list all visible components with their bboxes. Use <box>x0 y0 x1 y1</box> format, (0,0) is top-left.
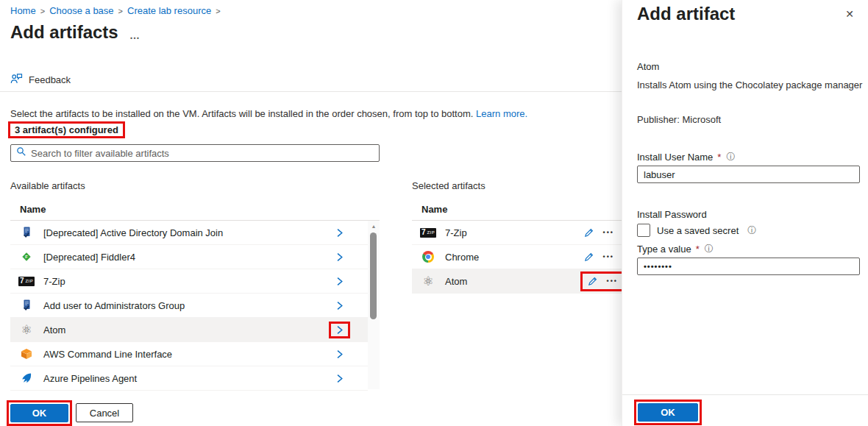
artifact-name: Chrome <box>445 252 479 263</box>
available-artifacts-label: Available artifacts <box>10 180 85 191</box>
more-options-icon[interactable]: ••• <box>603 253 614 260</box>
artifact-name: Atom <box>43 324 65 336</box>
artifact-description: Installs Atom using the Chocolatey packa… <box>637 79 864 90</box>
panel-footer-divider <box>622 394 868 395</box>
artifact-search-box <box>10 144 380 162</box>
install-password-input[interactable] <box>637 258 860 275</box>
add-artifacts-page: Home>Choose a base>Create lab resource> … <box>0 0 868 426</box>
ok-button[interactable]: OK <box>10 404 68 422</box>
more-options-icon[interactable]: ••• <box>607 277 618 285</box>
chevron-cell <box>335 301 344 310</box>
chevron-right-icon[interactable] <box>335 252 344 262</box>
edit-pencil-icon[interactable] <box>587 276 598 287</box>
artifact-name: AWS Command Line Interface <box>43 349 172 360</box>
chevron-right-icon[interactable] <box>335 349 344 359</box>
info-icon[interactable]: ⓘ <box>705 243 714 255</box>
type-a-value-label: Type a value * ⓘ <box>637 243 714 255</box>
use-saved-secret-checkbox[interactable] <box>637 224 650 237</box>
available-name-header: Name <box>10 199 380 221</box>
annotation-box-panel-ok: OK <box>634 400 702 425</box>
required-marker: * <box>696 244 700 255</box>
edit-pencil-icon[interactable] <box>583 252 594 263</box>
domain-join-icon <box>19 299 34 311</box>
breadcrumb-link[interactable]: Home <box>10 5 36 16</box>
scroll-up-icon[interactable]: ▲ <box>368 221 380 231</box>
available-artifact-row[interactable]: Azure Pipelines Agent <box>10 366 368 391</box>
panel-title: Add artifact <box>637 4 735 24</box>
selected-artifacts-label: Selected artifacts <box>412 180 485 191</box>
breadcrumb-separator: > <box>118 7 123 15</box>
chevron-cell <box>335 252 344 262</box>
artifact-name: Add user to Administrators Group <box>43 300 185 311</box>
artifact-name: [Deprecated] Fiddler4 <box>43 252 135 263</box>
install-user-name-label: Install User Name * ⓘ <box>637 151 735 163</box>
artifact-name: 7-Zip <box>445 227 467 238</box>
configured-count-badge: 3 artifact(s) configured <box>8 121 125 138</box>
artifact-name: [Deprecated] Active Directory Domain Joi… <box>43 227 223 238</box>
annotation-box-chevron <box>329 322 350 338</box>
feedback-icon <box>10 73 23 87</box>
breadcrumb-link[interactable]: Create lab resource <box>127 5 211 16</box>
edit-pencil-icon[interactable] <box>583 227 594 238</box>
panel-footer: OK <box>634 400 702 425</box>
chevron-cell <box>335 349 344 359</box>
domain-join-icon <box>19 227 34 238</box>
saved-secret-row: Use a saved secret ⓘ <box>637 224 756 237</box>
feedback-label: Feedback <box>29 74 71 85</box>
chevron-right-icon[interactable] <box>335 325 344 335</box>
annotation-box-configured: 3 artifact(s) configured <box>8 121 125 138</box>
selected-artifact-row[interactable]: ⚛Atom••• <box>412 269 622 294</box>
info-icon[interactable]: ⓘ <box>726 151 735 163</box>
available-artifact-row[interactable]: F[Deprecated] Fiddler4 <box>10 245 368 269</box>
available-artifact-row[interactable]: AWS Command Line Interface <box>10 342 368 366</box>
azure-pipelines-icon <box>19 372 34 384</box>
chevron-cell <box>335 277 344 286</box>
search-input[interactable] <box>31 148 374 159</box>
install-password-text: Install Password <box>637 209 707 220</box>
cancel-button[interactable]: Cancel <box>76 403 133 422</box>
page-title: Add artifacts <box>10 22 118 43</box>
chevron-right-icon[interactable] <box>335 374 344 383</box>
breadcrumb-link[interactable]: Choose a base <box>49 5 113 16</box>
chevron-right-icon[interactable] <box>335 277 344 286</box>
aws-icon <box>19 348 34 360</box>
main-footer: OK Cancel <box>7 400 133 426</box>
info-icon[interactable]: ⓘ <box>747 224 756 237</box>
7zip-icon: 7ZIP <box>421 228 435 238</box>
artifact-name: Azure Pipelines Agent <box>43 373 137 384</box>
available-artifact-row[interactable]: ⚛Atom <box>10 318 368 342</box>
7zip-icon: 7ZIP <box>19 277 34 286</box>
use-saved-secret-label: Use a saved secret <box>657 225 739 236</box>
available-artifact-row[interactable]: 7ZIP7-Zip <box>10 269 368 294</box>
available-artifact-row[interactable]: [Deprecated] Active Directory Domain Joi… <box>10 221 368 245</box>
learn-more-link[interactable]: Learn more. <box>476 108 527 119</box>
close-icon[interactable]: ✕ <box>845 8 854 20</box>
chevron-right-icon[interactable] <box>335 301 344 310</box>
toolbar-divider <box>0 91 622 92</box>
add-artifact-panel: Add artifact ✕ Atom Installs Atom using … <box>622 0 868 426</box>
install-password-label: Install Password <box>637 209 707 220</box>
scrollbar-thumb[interactable] <box>370 232 377 319</box>
intro-text: Select the artifacts to be installed on … <box>10 108 569 119</box>
more-options-icon[interactable]: ••• <box>603 229 614 236</box>
artifact-name: Atom <box>445 276 467 287</box>
available-artifact-row[interactable]: Add user to Administrators Group <box>10 294 368 318</box>
install-user-name-input[interactable] <box>637 166 860 183</box>
chevron-cell <box>335 374 344 383</box>
panel-ok-button[interactable]: OK <box>638 403 698 422</box>
feedback-button[interactable]: Feedback <box>10 73 71 87</box>
atom-icon: ⚛ <box>19 324 34 336</box>
breadcrumb-separator: > <box>216 7 220 15</box>
selected-artifact-row[interactable]: 7ZIP7-Zip••• <box>412 221 622 245</box>
publisher-label: Publisher: Microsoft <box>637 114 721 125</box>
title-more-icon[interactable]: … <box>129 29 140 41</box>
chevron-right-icon[interactable] <box>335 228 344 238</box>
row-actions: ••• <box>583 227 622 238</box>
selected-name-header: Name <box>412 199 622 221</box>
breadcrumb-separator: > <box>40 7 45 15</box>
scrollbar[interactable]: ▲ <box>368 221 380 389</box>
breadcrumb: Home>Choose a base>Create lab resource> <box>10 5 221 16</box>
selected-artifact-row[interactable]: Chrome••• <box>412 245 622 269</box>
available-artifacts-table: Name [Deprecated] Active Directory Domai… <box>10 199 380 391</box>
type-a-value-text: Type a value <box>637 244 691 255</box>
